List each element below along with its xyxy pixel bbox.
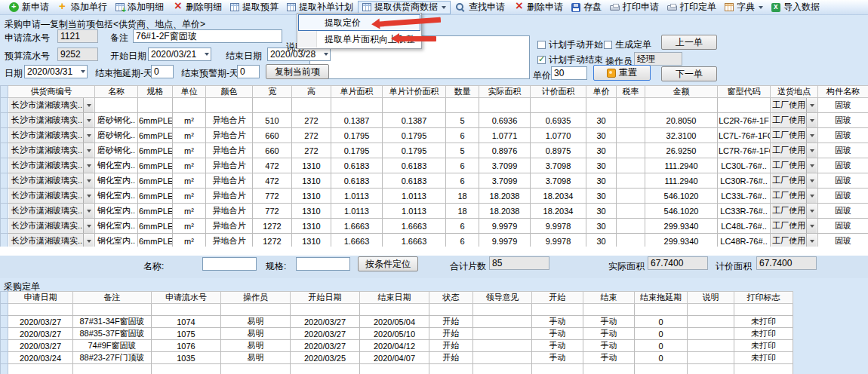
row-selector[interactable] <box>1 316 8 328</box>
row-selector[interactable] <box>1 98 8 113</box>
row-selector[interactable] <box>1 219 8 234</box>
order-row[interactable]: 2020/03/2787#31-34F窗固玻1074易明2020/03/2720… <box>1 316 793 328</box>
chevron-down-icon[interactable] <box>806 204 817 218</box>
unit-price-input[interactable] <box>551 66 587 80</box>
cell-supplier[interactable]: 长沙市潇湘玻璃实.. <box>8 173 95 189</box>
toolbar-item-extract-budget[interactable]: 提取预算 <box>226 1 282 14</box>
chevron-down-icon[interactable] <box>83 173 94 188</box>
total-pieces-field[interactable] <box>489 256 549 270</box>
order-row[interactable]: 2020/03/2789#37-39F窗固玻1072易明2020/03/2720… <box>1 304 793 316</box>
reset-button[interactable]: 重置 <box>593 65 651 81</box>
cell-delivery[interactable]: 工厂使用 <box>771 219 818 234</box>
detail-row[interactable]: 长沙市潇湘玻璃实..磨砂钢化..6mmPLE...m²异地合片6602720.1… <box>1 128 868 143</box>
row-selector[interactable] <box>1 204 8 219</box>
actual-area-field[interactable] <box>648 256 708 270</box>
cell-delivery[interactable]: 工厂使用 <box>771 173 818 189</box>
chevron-down-icon[interactable] <box>806 98 817 112</box>
cell-delivery[interactable]: 工厂使用 <box>771 113 818 128</box>
empty-row[interactable] <box>1 364 793 374</box>
next-order-button[interactable]: 下一单 <box>661 66 717 81</box>
date-select[interactable]: 2020/03/31 <box>24 65 88 78</box>
chevron-down-icon[interactable] <box>806 113 817 127</box>
toolbar-item-save[interactable]: 存盘 <box>568 1 605 14</box>
cell-delivery[interactable]: 工厂使用 <box>771 158 818 173</box>
filter-spec-input[interactable] <box>296 257 350 271</box>
row-selector[interactable] <box>1 128 8 143</box>
toolbar-item-print-request[interactable]: 打印申请 <box>606 1 663 14</box>
row-selector[interactable] <box>1 113 8 128</box>
chevron-down-icon[interactable] <box>806 173 817 188</box>
detail-row[interactable]: 长沙市潇湘玻璃实..钢化室内..6mmPLE...m²异地合片77213101.… <box>1 189 868 204</box>
cell-supplier[interactable]: 长沙市潇湘玻璃实.. <box>8 158 95 173</box>
chevron-down-icon[interactable] <box>806 158 817 173</box>
filter-name-input[interactable] <box>202 257 257 271</box>
row-selector[interactable] <box>1 352 8 364</box>
serial-input[interactable] <box>57 29 98 43</box>
note-input[interactable] <box>133 29 282 43</box>
cell-delivery[interactable]: 工厂使用 <box>771 204 818 219</box>
chevron-down-icon[interactable] <box>83 128 94 143</box>
cell-supplier[interactable]: 长沙市潇湘玻璃实.. <box>8 219 95 234</box>
chevron-down-icon[interactable] <box>83 143 94 158</box>
priced-area-field[interactable] <box>756 256 817 270</box>
toolbar-item-print-order[interactable]: 打印定单 <box>663 1 720 14</box>
row-selector[interactable] <box>1 304 8 316</box>
end-delay-input[interactable] <box>151 65 174 78</box>
toolbar-item-new-request[interactable]: 新申请 <box>5 1 53 14</box>
detail-row[interactable]: 长沙市潇湘玻璃实..钢化室内..6mmPLE...m²异地合片127213101… <box>1 219 868 234</box>
cell-supplier[interactable]: 长沙市潇湘玻璃实.. <box>8 143 95 158</box>
toolbar-item-add-detail[interactable]: 添加明细 <box>112 1 168 14</box>
chevron-down-icon[interactable] <box>83 204 94 218</box>
cell-supplier[interactable]: 长沙市潇湘玻璃实.. <box>8 113 95 128</box>
chevron-down-icon[interactable] <box>83 189 94 203</box>
chevron-down-icon[interactable] <box>83 113 94 127</box>
order-row[interactable]: 2020/03/2788#35-37F窗固玻1075易明2020/03/2720… <box>1 328 793 340</box>
chevron-down-icon[interactable] <box>806 143 817 158</box>
toolbar-item-import-data[interactable]: 导入数据 <box>768 1 823 14</box>
detail-row[interactable]: 长沙市潇湘玻璃实..钢化室内..6mmPLE...m²异地合片47213100.… <box>1 158 868 173</box>
detail-row[interactable]: 长沙市潇湘玻璃实..磨砂钢化..6mmPLE...m²异地合片5102720.1… <box>1 113 868 128</box>
toolbar-item-delete-detail[interactable]: 删除明细 <box>168 1 226 14</box>
detail-row[interactable]: 长沙市潇湘玻璃实..钢化室内..6mmPLE...m²异地合片77213101.… <box>1 204 868 219</box>
toolbar-item-find-request[interactable]: 查找申请 <box>451 1 509 14</box>
prev-order-button[interactable]: 上一单 <box>661 35 717 50</box>
cell-supplier[interactable]: 长沙市潇湘玻璃实.. <box>8 204 95 219</box>
cell-delivery[interactable]: 工厂使用 <box>771 98 818 113</box>
start-date-select[interactable]: 2020/03/21 <box>148 48 211 61</box>
row-selector[interactable] <box>1 328 8 340</box>
toolbar-item-dictionary[interactable]: 字典 <box>721 1 767 14</box>
detail-row[interactable]: 长沙市潇湘玻璃实..磨砂钢化..6mmPLE...m²异地合片5102720.1… <box>1 98 868 113</box>
toolbar-item-extract-supplier-data[interactable]: 提取供货商数据 <box>358 1 451 14</box>
checkbox-generate-order[interactable]: 生成定单 <box>604 38 651 51</box>
detail-row[interactable]: 长沙市潇湘玻璃实..钢化室内..6mmPLE...m²异地合片47213100.… <box>1 173 868 189</box>
chevron-down-icon[interactable] <box>806 219 817 233</box>
cell-supplier[interactable]: 长沙市潇湘玻璃实.. <box>8 189 95 204</box>
toolbar-item-delete-request[interactable]: 删除申请 <box>509 1 567 14</box>
row-selector[interactable] <box>1 173 8 189</box>
toolbar-item-add-row[interactable]: 添加单行 <box>54 1 111 14</box>
row-selector[interactable] <box>1 158 8 173</box>
cell-supplier[interactable]: 长沙市潇湘玻璃实.. <box>8 128 95 143</box>
order-row[interactable]: 2020/03/2774#9F窗固玻1076易明2020/03/272020/0… <box>1 340 793 352</box>
budget-serial-input[interactable] <box>57 48 98 61</box>
row-selector[interactable] <box>1 340 8 352</box>
order-row[interactable]: 2020/03/2488#23-27F门顶玻1035易明2020/03/2520… <box>1 352 793 364</box>
cell-delivery[interactable]: 工厂使用 <box>771 189 818 204</box>
copy-current-button[interactable]: 复制当前项 <box>266 64 329 79</box>
chevron-down-icon[interactable] <box>83 219 94 233</box>
operator-input[interactable] <box>634 52 682 66</box>
row-selector[interactable] <box>1 143 8 158</box>
locate-by-condition-button[interactable]: 按条件定位 <box>358 256 418 271</box>
chevron-down-icon[interactable] <box>83 98 94 112</box>
detail-row[interactable]: 长沙市潇湘玻璃实..磨砂钢化..6mmPLE...m²异地合片6602720.1… <box>1 143 868 158</box>
cell-delivery[interactable]: 工厂使用 <box>771 128 818 143</box>
checkbox-plan-manual-start[interactable]: 计划手动开始 <box>537 38 603 51</box>
cell-delivery[interactable]: 工厂使用 <box>771 143 818 158</box>
toolbar-item-extract-supplement-plan[interactable]: 提取补单计划 <box>283 1 357 14</box>
row-selector[interactable] <box>1 364 8 374</box>
cell-supplier[interactable]: 长沙市潇湘玻璃实.. <box>8 98 95 113</box>
chevron-down-icon[interactable] <box>806 128 817 143</box>
row-selector[interactable] <box>1 189 8 204</box>
chevron-down-icon[interactable] <box>83 158 94 173</box>
end-warning-input[interactable] <box>237 65 260 78</box>
